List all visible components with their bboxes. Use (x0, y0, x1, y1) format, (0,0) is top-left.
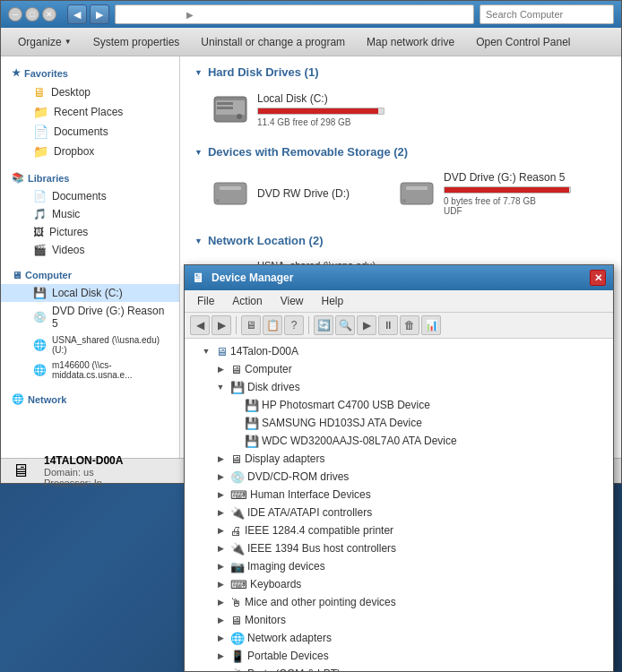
hid-expander[interactable]: ▶ (213, 487, 228, 502)
display-adapters-expander[interactable]: ▶ (213, 452, 228, 466)
hard-disk-section-header[interactable]: Hard Disk Drives (1) (194, 65, 607, 79)
imaging-expander[interactable]: ▶ (213, 559, 228, 573)
dm-tree-ide-atapi[interactable]: ▶ 🔌 IDE ATA/ATAPI controllers (185, 504, 613, 521)
dm-menu-view[interactable]: View (272, 292, 313, 310)
dm-tree-ports[interactable]: ▶ 🔌 Ports (COM & LPT) (185, 665, 613, 671)
dm-tree-disk-drives[interactable]: ▼ 💾 Disk drives (185, 378, 613, 396)
ports-expander[interactable]: ▶ (213, 667, 228, 671)
computer-header[interactable]: 🖥 Computer (1, 266, 179, 284)
sidebar-item-pictures[interactable]: 🖼 Pictures (1, 223, 179, 241)
sidebar-item-usna-shared[interactable]: 🌐 USNA_shared (\\usna.edu) (U:) (1, 332, 179, 358)
computer-expander[interactable]: ▶ (213, 362, 228, 376)
mice-expander[interactable]: ▶ (213, 595, 228, 609)
sidebar-item-dropbox[interactable]: 📁 Dropbox (1, 142, 179, 161)
dm-update-button[interactable]: 🔄 (314, 315, 333, 335)
dvd-rw-drive-item[interactable]: DVD RW Drive (D:) (209, 168, 388, 220)
uninstall-button[interactable]: Uninstall or change a program (191, 31, 355, 53)
dm-tree-root[interactable]: ▼ 🖥 14Talon-D00A (185, 342, 613, 360)
dm-toolbar-separator-2 (308, 316, 309, 334)
dm-scan-button[interactable]: 🔍 (335, 315, 355, 335)
dm-enable-button[interactable]: ▶ (357, 315, 376, 335)
ieee1394-expander[interactable]: ▶ (213, 541, 228, 556)
sidebar-item-videos[interactable]: 🎬 Videos (1, 241, 179, 259)
samsung-icon: 💾 (245, 417, 259, 430)
dvd-drive-icon: 💿 (33, 311, 47, 323)
computer-icon: 🖥 (12, 270, 22, 280)
root-expander[interactable]: ▼ (199, 344, 213, 358)
organize-button[interactable]: Organize (8, 31, 82, 53)
network-header[interactable]: 🌐 Network (1, 390, 179, 409)
dm-disable-button[interactable]: ⏸ (378, 315, 398, 335)
dvd-cdrom-expander[interactable]: ▶ (213, 470, 228, 484)
dm-resources-button[interactable]: 📊 (421, 315, 441, 335)
keyboards-expander[interactable]: ▶ (213, 577, 228, 591)
dm-uninstall-button[interactable]: 🗑 (400, 315, 419, 335)
sidebar-item-local-disk[interactable]: 💾 Local Disk (C:) (1, 284, 179, 302)
removable-section-header[interactable]: Devices with Removable Storage (2) (194, 145, 607, 159)
dm-help-button[interactable]: ? (284, 315, 304, 335)
dm-tree-portable-devices[interactable]: ▶ 📱 Portable Devices (185, 647, 613, 665)
m146600-icon: 🌐 (33, 364, 47, 376)
dm-tree-computer[interactable]: ▶ 🖥 Computer (185, 360, 613, 378)
dm-menubar: File Action View Help (185, 290, 613, 313)
dm-tree-keyboards[interactable]: ▶ ⌨ Keyboards (185, 575, 613, 593)
maximize-button[interactable]: □ (25, 7, 39, 22)
sidebar-item-documents-lib[interactable]: 📄 Documents (1, 187, 179, 205)
ieee1284-expander[interactable]: ▶ (213, 523, 228, 538)
dm-tree-imaging[interactable]: ▶ 📷 Imaging devices (185, 557, 613, 575)
monitors-expander[interactable]: ▶ (213, 613, 228, 627)
search-input[interactable] (479, 4, 614, 24)
map-network-button[interactable]: Map network drive (357, 31, 464, 53)
open-control-panel-button[interactable]: Open Control Panel (466, 31, 580, 53)
system-properties-button[interactable]: System properties (83, 31, 190, 53)
dm-tree-wdc[interactable]: 💾 WDC WD3200AAJS-08L7A0 ATA Device (185, 432, 613, 450)
dm-menu-action[interactable]: Action (223, 292, 271, 310)
close-button[interactable]: ✕ (42, 7, 56, 22)
dm-back-button[interactable]: ◀ (190, 315, 210, 335)
dm-tree-dvd-cdrom[interactable]: ▶ 💿 DVD/CD-ROM drives (185, 468, 613, 486)
disk-drives-icon: 💾 (230, 381, 245, 394)
dm-tree-mice[interactable]: ▶ 🖱 Mice and other pointing devices (185, 593, 613, 611)
sidebar-item-recent-places[interactable]: 📁 Recent Places (1, 102, 179, 122)
documents-fav-icon: 📄 (33, 125, 48, 139)
minimize-button[interactable]: ─ (8, 7, 22, 22)
libraries-header[interactable]: 📚 Libraries (1, 168, 179, 187)
back-button[interactable]: ◀ (67, 4, 87, 24)
disk-drives-expander[interactable]: ▼ (213, 380, 228, 394)
dm-tree-samsung[interactable]: 💾 SAMSUNG HD103SJ ATA Device (185, 414, 613, 432)
dvd-drive-g-item[interactable]: DVD Drive (G:) Reason 5 0 bytes free of … (395, 168, 574, 220)
hard-disk-drives-grid: Local Disk (C:) 11.4 GB free of 298 GB (194, 88, 607, 131)
window-controls: ─ □ ✕ (8, 7, 56, 22)
dm-tree-ieee1284[interactable]: ▶ 🖨 IEEE 1284.4 compatible printer (185, 521, 613, 539)
dm-tree-monitors[interactable]: ▶ 🖥 Monitors (185, 611, 613, 629)
domain-status: Domain: us (44, 467, 123, 478)
dm-menu-help[interactable]: Help (313, 292, 353, 310)
recent-places-icon: 📁 (33, 105, 48, 119)
address-bar[interactable]: 🖥 Computer ▶ (115, 4, 474, 24)
sidebar-item-desktop[interactable]: 🖥 Desktop (1, 82, 179, 102)
network-location-section-header[interactable]: Network Location (2) (194, 234, 607, 247)
dm-toolbar-separator-1 (236, 316, 237, 334)
dm-tree-hid[interactable]: ▶ ⌨ Human Interface Devices (185, 486, 613, 504)
portable-devices-expander[interactable]: ▶ (213, 649, 228, 663)
sidebar-item-dvd-drive[interactable]: 💿 DVD Drive (G:) Reason 5 (1, 302, 179, 332)
dm-menu-file[interactable]: File (188, 292, 223, 310)
network-section: 🌐 Network (1, 390, 179, 409)
forward-button[interactable]: ▶ (90, 4, 109, 24)
favorites-header[interactable]: ★ Favorites (1, 64, 179, 82)
dm-computer-button[interactable]: 🖥 (241, 315, 261, 335)
sidebar-item-m146600[interactable]: 🌐 m146600 (\\cs-middata.cs.usna.e... (1, 358, 179, 383)
dm-tree-network-adapters[interactable]: ▶ 🌐 Network adapters (185, 629, 613, 647)
dm-properties-button[interactable]: 📋 (263, 315, 282, 335)
dm-tree-hp-photosmart[interactable]: 💾 HP Photosmart C4700 USB Device (185, 396, 613, 414)
ide-expander[interactable]: ▶ (213, 505, 228, 520)
network-adapters-expander[interactable]: ▶ (213, 631, 228, 645)
dm-forward-button[interactable]: ▶ (212, 315, 231, 335)
dvd-drive-g-info: DVD Drive (G:) Reason 5 0 bytes free of … (444, 171, 571, 216)
sidebar-item-documents-fav[interactable]: 📄 Documents (1, 122, 179, 142)
dm-close-button[interactable]: ✕ (590, 270, 606, 286)
sidebar-item-music[interactable]: 🎵 Music (1, 205, 179, 223)
local-disk-c-item[interactable]: Local Disk (C:) 11.4 GB free of 298 GB (209, 88, 388, 131)
dm-tree-ieee1394[interactable]: ▶ 🔌 IEEE 1394 Bus host controllers (185, 539, 613, 557)
dm-tree-display-adapters[interactable]: ▶ 🖥 Display adapters (185, 450, 613, 468)
